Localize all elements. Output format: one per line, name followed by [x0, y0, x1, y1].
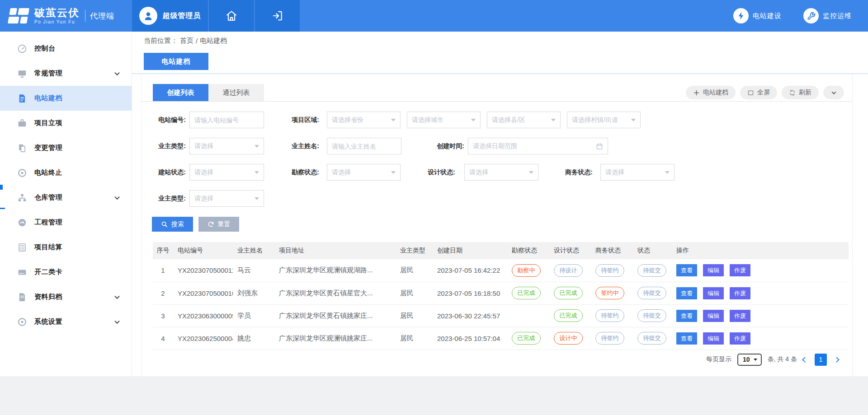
- next-page-button[interactable]: [834, 357, 840, 363]
- plus-icon: [693, 89, 700, 96]
- survey-status-select[interactable]: 请选择: [327, 164, 401, 181]
- owner-type2-select[interactable]: 请选择: [189, 190, 264, 207]
- archive-icon: [17, 292, 27, 302]
- sidebar-item-project-initiation[interactable]: 项目立项: [0, 111, 132, 135]
- created-cell: 2023-07-05 16:18:50: [433, 282, 507, 304]
- breadcrumb-home[interactable]: 首页: [180, 37, 193, 45]
- caret-down-icon: [255, 171, 259, 176]
- list-tabs: 创建列表 通过列表: [153, 84, 264, 101]
- breadcrumb-current: 电站建档: [200, 37, 227, 45]
- owner-cell: 刘强东: [233, 282, 274, 304]
- view-button[interactable]: 查看: [676, 264, 697, 276]
- sidebar-item-system-settings[interactable]: 系统设置: [0, 309, 132, 334]
- filter-label: 设计状态:: [401, 168, 459, 177]
- design-status-select[interactable]: 请选择: [464, 164, 538, 181]
- owner-name-input[interactable]: [327, 138, 401, 154]
- page-tab-station-archive[interactable]: 电站建档: [144, 53, 208, 70]
- brand: 破茧云伏 Po Jian Yun Fu 代理端: [0, 0, 131, 32]
- sidebar-item-station-archive[interactable]: 电站建档: [0, 86, 132, 111]
- edit-button[interactable]: 编辑: [703, 332, 724, 345]
- nav-label: 监控运维: [823, 12, 852, 20]
- sidebar-item-general-mgmt[interactable]: 常规管理: [0, 61, 132, 86]
- monitor-icon: [17, 69, 27, 79]
- created-cell: 2023-07-05 16:42:22: [433, 259, 507, 282]
- business-status-select[interactable]: 请选择: [600, 164, 675, 181]
- filter-label: 项目区域:: [264, 116, 323, 124]
- user-icon: [143, 10, 154, 21]
- page-number-button[interactable]: 1: [815, 354, 827, 366]
- home-button[interactable]: [208, 0, 254, 32]
- filter-label: 业主姓名:: [264, 142, 323, 150]
- logout-button[interactable]: [254, 0, 300, 32]
- view-button[interactable]: 查看: [676, 310, 697, 322]
- design-status-badge: 设计中: [554, 332, 583, 345]
- filter-label: 业主类型:: [151, 195, 189, 203]
- tab-passed-list[interactable]: 通过列表: [208, 84, 264, 101]
- station-code-cell: YX2023062500004: [173, 327, 233, 350]
- col-created: 创建日期: [433, 242, 507, 259]
- search-button[interactable]: 搜索: [152, 217, 193, 232]
- caret-down-icon: [391, 171, 396, 176]
- province-select[interactable]: 请选择省份: [327, 112, 401, 128]
- total-count-label: 条, 共 4 条: [768, 355, 797, 364]
- nav-monitoring-ops[interactable]: 监控运维: [803, 8, 852, 23]
- sidebar-item-project-settlement[interactable]: 项目结算: [0, 235, 132, 260]
- design-status-badge: 已完成: [554, 309, 583, 322]
- row-no: 3: [153, 304, 173, 327]
- city-select[interactable]: 请选择城市: [407, 112, 481, 128]
- app-window: 破茧云伏 Po Jian Yun Fu 代理端 超级管理员: [0, 0, 868, 415]
- wrench-icon: [807, 12, 816, 20]
- username: 超级管理员: [163, 11, 201, 21]
- col-status: 状态: [633, 242, 672, 259]
- created-cell: 2023-06-25 10:57:04: [433, 327, 507, 350]
- void-button[interactable]: 作废: [730, 287, 750, 299]
- table-header-row: 序号 电站编号 业主姓名 项目地址 业主类型 创建日期 勘察状态 设计状态 商务…: [153, 242, 849, 259]
- sidebar-item-change-mgmt[interactable]: 变更管理: [0, 135, 132, 160]
- card-icon: [17, 267, 27, 277]
- sidebar-item-engineering-mgmt[interactable]: 工程管理: [0, 210, 132, 235]
- sidebar-item-data-archive[interactable]: 资料归档: [0, 284, 132, 309]
- user-menu[interactable]: 超级管理员: [131, 0, 208, 32]
- per-page-label: 每页显示: [706, 355, 731, 364]
- nav-station-construction[interactable]: 电站建设: [733, 8, 782, 23]
- col-no: 序号: [153, 242, 173, 259]
- created-date-range-picker[interactable]: 请选择日期范围: [468, 138, 608, 154]
- business-status-badge: 待签约: [595, 264, 624, 277]
- breadcrumb-separator: /: [196, 37, 198, 45]
- void-button[interactable]: 作废: [730, 332, 750, 345]
- void-button[interactable]: 作废: [730, 264, 750, 276]
- tab-created-list[interactable]: 创建列表: [153, 84, 208, 101]
- sidebar-item-warehouse-mgmt[interactable]: 仓库管理: [0, 185, 132, 210]
- sidebar-item-type2-card[interactable]: 开二类卡: [0, 260, 132, 284]
- sidebar-item-station-termination[interactable]: 电站终止: [0, 160, 132, 185]
- edit-button[interactable]: 编辑: [703, 310, 724, 322]
- collapse-toolbar-button[interactable]: [823, 86, 844, 99]
- create-station-button[interactable]: 电站建档: [686, 86, 736, 99]
- per-page-select[interactable]: 10: [737, 354, 762, 366]
- build-status-select[interactable]: 请选择: [189, 164, 264, 181]
- town-select[interactable]: 请选择村镇/街道: [567, 112, 641, 128]
- sidebar-item-dashboard[interactable]: 控制台: [0, 36, 132, 61]
- refresh-button[interactable]: 刷新: [782, 86, 819, 99]
- edit-button[interactable]: 编辑: [703, 264, 724, 276]
- brand-divider: [85, 10, 85, 22]
- edit-button[interactable]: 编辑: [703, 287, 724, 299]
- dashboard-icon: [17, 44, 27, 54]
- caret-down-icon: [529, 171, 533, 176]
- breadcrumb: 当前位置： 首页 / 电站建档: [132, 32, 868, 50]
- void-button[interactable]: 作废: [730, 310, 750, 322]
- reset-button[interactable]: 重置: [198, 217, 239, 232]
- view-button[interactable]: 查看: [676, 287, 697, 299]
- owner-type-select[interactable]: 请选择: [189, 138, 264, 154]
- filter-form: 电站编号: 项目区域: 请选择省份 请选择城市 请选择县/区: [142, 102, 852, 207]
- gauge-icon: [17, 218, 27, 228]
- station-code-input[interactable]: [189, 112, 264, 128]
- fullscreen-button[interactable]: 全屏: [740, 86, 777, 99]
- owner-type-cell: 居民: [396, 259, 433, 282]
- county-select[interactable]: 请选择县/区: [487, 112, 561, 128]
- station-code-cell: YX2023063000009: [173, 304, 233, 327]
- scrollbar-fragment: [0, 185, 3, 190]
- prev-page-button[interactable]: [802, 357, 808, 363]
- view-button[interactable]: 查看: [676, 332, 697, 345]
- status-badge: 待提交: [637, 309, 666, 322]
